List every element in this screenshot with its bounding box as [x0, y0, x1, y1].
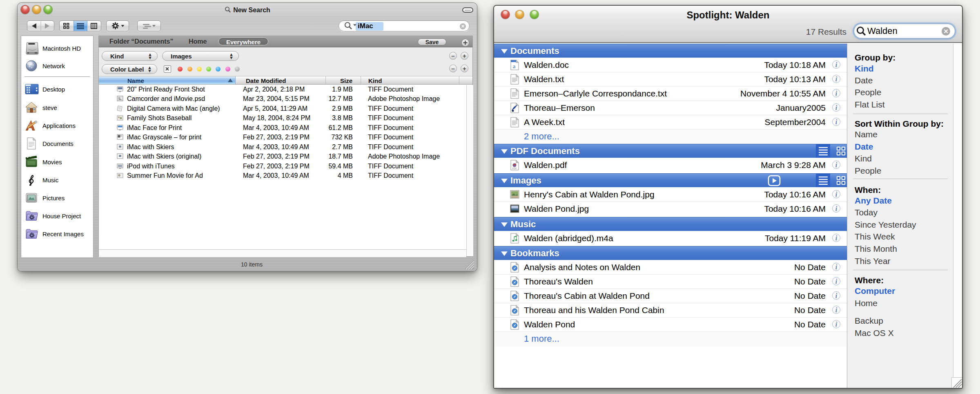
svg-text:PDF: PDF — [512, 167, 517, 170]
svg-text:a: a — [513, 63, 516, 69]
